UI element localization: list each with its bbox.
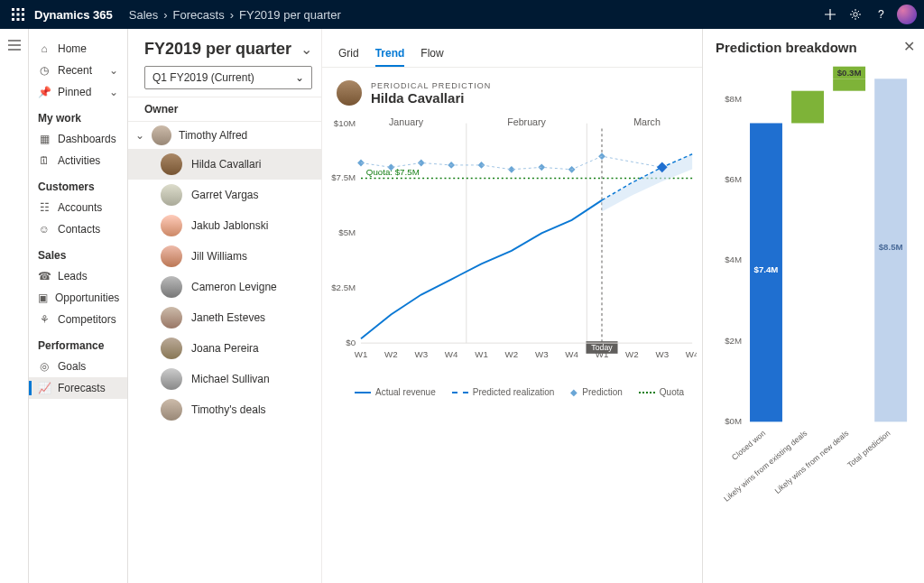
owner-row[interactable]: Timothy's deals: [128, 394, 321, 425]
svg-text:$7.4M: $7.4M: [754, 264, 779, 274]
svg-text:$0.8M: $0.8M: [796, 127, 820, 137]
svg-text:$2.5M: $2.5M: [331, 282, 356, 292]
chevron-down-icon[interactable]: ⌄: [300, 41, 312, 58]
svg-text:W3: W3: [535, 349, 549, 359]
nav-accounts[interactable]: ☷Accounts: [29, 197, 127, 218]
breadcrumb-item[interactable]: Sales: [129, 8, 159, 22]
owner-name: Jakub Jablonski: [191, 219, 268, 232]
svg-text:Likely wins from new deals: Likely wins from new deals: [773, 428, 851, 495]
forecast-list-column: FY2019 per quarter ⌄ Q1 FY2019 (Current)…: [128, 29, 321, 583]
svg-text:W1: W1: [475, 349, 488, 359]
chart-person: Hilda Cavallari: [371, 90, 491, 106]
owner-name: Timothy's deals: [191, 403, 266, 416]
avatar: [161, 307, 182, 329]
nav-label: Goals: [58, 360, 86, 373]
period-select[interactable]: Q1 FY2019 (Current) ⌄: [144, 66, 312, 89]
clock-icon: ◷: [38, 64, 51, 77]
owner-row[interactable]: Hilda Cavallari: [128, 149, 321, 180]
owner-row[interactable]: Michael Sullivan: [128, 364, 321, 394]
avatar: [161, 245, 182, 267]
owner-name: Jill Williams: [191, 250, 247, 263]
nav-recent[interactable]: ◷Recent⌄: [29, 60, 127, 81]
chevron-down-icon: ⌄: [135, 129, 144, 142]
tab-trend[interactable]: Trend: [375, 42, 405, 67]
owner-row[interactable]: Jakub Jablonski: [128, 210, 321, 241]
nav-group: Customers: [29, 171, 127, 197]
person-icon: ☺: [38, 223, 51, 236]
svg-rect-2: [22, 8, 24, 11]
nav-label: Competitors: [58, 313, 116, 326]
svg-text:W2: W2: [505, 349, 519, 359]
forecast-icon: 📈: [38, 382, 51, 394]
svg-rect-6: [12, 18, 14, 21]
svg-rect-8: [22, 18, 24, 21]
close-icon[interactable]: ✕: [903, 38, 915, 55]
svg-text:W4: W4: [565, 349, 578, 359]
svg-text:W4: W4: [445, 349, 458, 359]
nav-opportunities[interactable]: ▣Opportunities: [29, 287, 127, 309]
nav-competitors[interactable]: ⚘Competitors: [29, 309, 127, 330]
hamburger-icon[interactable]: [8, 38, 21, 54]
accounts-icon: ☷: [38, 201, 51, 214]
nav-label: Pinned: [58, 86, 91, 98]
nav-home[interactable]: ⌂Home: [29, 38, 127, 60]
legend-prediction: Prediction: [582, 387, 622, 397]
svg-text:March: March: [633, 116, 661, 127]
add-icon[interactable]: [818, 8, 843, 21]
owner-row[interactable]: Jill Williams: [128, 241, 321, 272]
nav-activities[interactable]: 🗓Activities: [29, 150, 127, 171]
owner-row[interactable]: Joana Pereira: [128, 333, 321, 364]
avatar: [161, 215, 182, 236]
nav-label: Opportunities: [55, 292, 119, 304]
svg-rect-45: [791, 91, 824, 124]
brand[interactable]: Dynamics 365: [34, 8, 113, 22]
owner-name: Joana Pereira: [191, 342, 259, 355]
nav-leads[interactable]: ☎Leads: [29, 265, 127, 287]
avatar: [161, 184, 182, 206]
svg-text:February: February: [507, 116, 546, 127]
chart-overline: PERIODICAL PREDICTION: [371, 81, 491, 90]
gear-icon[interactable]: [843, 8, 868, 21]
svg-text:$8M: $8M: [725, 94, 742, 104]
breadcrumb-item[interactable]: Forecasts: [173, 8, 225, 22]
svg-text:W2: W2: [384, 349, 398, 359]
nav-label: Contacts: [58, 223, 100, 236]
owner-name: Garret Vargas: [191, 189, 258, 201]
owner-list: Hilda Cavallari Garret Vargas Jakub Jabl…: [128, 149, 321, 425]
chevron-down-icon: ⌄: [109, 64, 118, 77]
view-tabs: Grid Trend Flow: [322, 0, 702, 68]
svg-text:$10M: $10M: [334, 118, 356, 128]
help-icon[interactable]: ?: [868, 8, 893, 21]
nav-forecasts[interactable]: 📈Forecasts: [29, 377, 127, 399]
svg-text:January: January: [389, 116, 424, 127]
svg-point-9: [854, 13, 857, 16]
tab-flow[interactable]: Flow: [420, 42, 443, 67]
breadcrumb: Sales› Forecasts› FY2019 per quarter: [129, 8, 341, 22]
svg-rect-0: [12, 8, 14, 11]
nav-goals[interactable]: ◎Goals: [29, 356, 127, 377]
tab-grid[interactable]: Grid: [338, 42, 359, 67]
owner-row[interactable]: Cameron Levigne: [128, 272, 321, 302]
svg-text:$0.3M: $0.3M: [837, 68, 862, 78]
user-avatar[interactable]: [897, 5, 917, 24]
nav-dashboards[interactable]: ▦Dashboards: [29, 128, 127, 150]
owner-parent-row[interactable]: ⌄ Timothy Alfred: [128, 122, 321, 149]
nav-contacts[interactable]: ☺Contacts: [29, 218, 127, 240]
svg-rect-4: [17, 14, 20, 16]
nav-group: Performance: [29, 330, 127, 356]
left-nav: ⌂Home ◷Recent⌄ 📌Pinned⌄ My work ▦Dashboa…: [29, 29, 128, 583]
nav-pinned[interactable]: 📌Pinned⌄: [29, 81, 127, 103]
nav-group: My work: [29, 103, 127, 128]
owner-row[interactable]: Janeth Esteves: [128, 302, 321, 333]
owner-row[interactable]: Garret Vargas: [128, 180, 321, 210]
svg-text:Likely wins from existing deal: Likely wins from existing deals: [722, 428, 809, 503]
svg-text:$0: $0: [346, 338, 356, 347]
avatar: [161, 368, 182, 390]
svg-text:$8.5M: $8.5M: [879, 242, 903, 252]
svg-text:?: ?: [878, 8, 884, 21]
pin-icon: 📌: [38, 86, 51, 98]
target-icon: ◎: [38, 360, 51, 373]
svg-text:$7.5M: $7.5M: [331, 172, 356, 182]
rail: [0, 29, 29, 583]
app-launcher-icon[interactable]: [7, 8, 29, 21]
